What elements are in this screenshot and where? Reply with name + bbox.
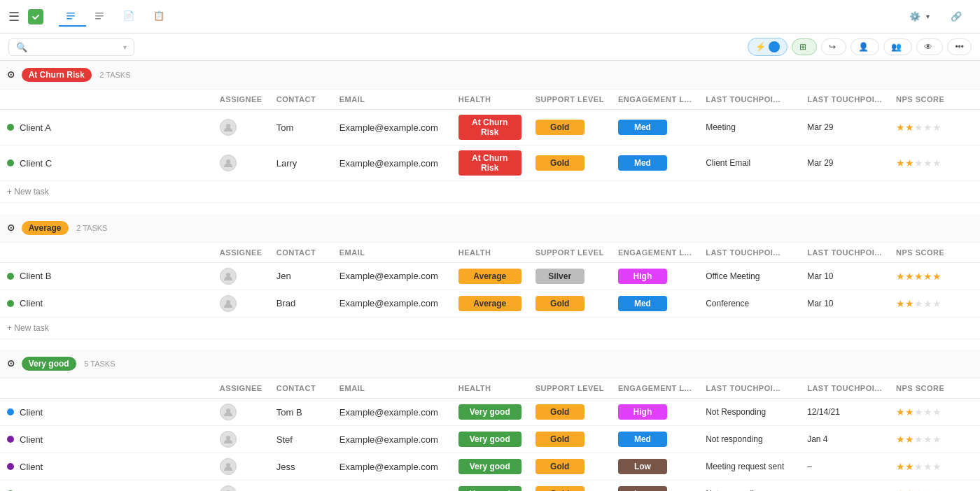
assignee-cell (213, 399, 270, 426)
search-icon: 🔍 (16, 42, 27, 52)
svg-rect-6 (95, 18, 101, 20)
support-cell: Gold (528, 453, 611, 481)
assignee-cell (213, 481, 270, 492)
last-touchpoint2-cell: 12/14/21 (800, 399, 889, 426)
svg-rect-2 (66, 15, 75, 17)
support-badge: Silver (536, 269, 584, 284)
search-box[interactable]: 🔍 ▾ (8, 38, 134, 56)
task-name-cell[interactable]: Client B (0, 262, 213, 290)
col-5: ENGAGEMENT L... (611, 378, 699, 399)
engagement-cell: High (611, 262, 699, 290)
task-name-cell[interactable]: Client A (0, 110, 213, 145)
column-headers-verygood: ASSIGNEECONTACTEMAILHEALTHSUPPORT LEVELE… (0, 378, 980, 399)
email-cell: Example@example.com (332, 481, 451, 492)
group-icon: ⊞ (799, 42, 806, 52)
menu-icon[interactable]: ☰ (8, 9, 20, 24)
health-cell: At Churn Risk (451, 145, 528, 181)
task-dot (7, 300, 14, 307)
table-row: Client Stef Example@example.com Very goo… (0, 426, 980, 453)
task-name-cell[interactable]: Client C (0, 145, 213, 181)
engagement-badge: Low (618, 459, 667, 474)
engagement-cell: Med (611, 145, 699, 181)
tab-feedback[interactable]: 📋 (146, 6, 175, 27)
support-cell: Silver (528, 262, 611, 290)
filter-chip[interactable]: ⚡ (748, 38, 788, 56)
collapse-icon-churn[interactable]: ⊙ (7, 69, 15, 80)
support-badge: Gold (536, 432, 584, 447)
table-row: Client Jess Example@example.com Very goo… (0, 453, 980, 481)
show-icon: 👁 (924, 42, 932, 52)
task-name-label: Client (20, 407, 43, 418)
tab-playbook[interactable]: 📄 (116, 6, 145, 27)
add-view-button[interactable] (176, 12, 190, 22)
me-chip[interactable]: 👤 (850, 38, 879, 55)
engagement-badge: Med (618, 120, 667, 135)
task-name-label: Client (20, 462, 43, 472)
task-name-cell[interactable]: Client (0, 290, 213, 317)
collapse-icon-average[interactable]: ⊙ (7, 222, 15, 233)
assignees-chip[interactable]: 👥 (883, 38, 912, 55)
avatar (220, 404, 237, 420)
contact-cell: Tom (270, 110, 332, 145)
email-cell: Example@example.com (332, 110, 451, 145)
engagement-cell: Med (611, 110, 699, 145)
task-name-cell[interactable]: New Client (0, 481, 213, 492)
email-cell: Example@example.com (332, 290, 451, 317)
show-chip[interactable]: 👁 (916, 38, 943, 55)
automate-button[interactable]: ⚙️ ▾ (902, 8, 937, 25)
subtasks-chip[interactable]: ↪ (821, 38, 846, 55)
contact-cell: Jess (270, 453, 332, 481)
nps-stars: ★★★★★ (896, 298, 941, 309)
chevron-down-icon: ▾ (926, 13, 930, 20)
last-touchpoint-cell: Not responding (699, 481, 800, 492)
new-task-button[interactable]: + New task (0, 317, 980, 339)
tab-renewal[interactable] (88, 7, 115, 27)
assignee-cell (213, 262, 270, 290)
support-badge: Gold (536, 486, 584, 491)
col-1: CONTACT (270, 242, 332, 262)
feedback-icon: 📋 (153, 10, 164, 21)
subtasks-icon: ↪ (829, 42, 836, 52)
column-headers-churn: ASSIGNEECONTACTEMAILHEALTHSUPPORT LEVELE… (0, 90, 980, 110)
engagement-cell: Med (611, 426, 699, 453)
nps-score-cell: ★★★★★ (889, 110, 980, 145)
group-by-chip[interactable]: ⊞ (792, 38, 817, 55)
col-1: CONTACT (270, 90, 332, 110)
app-header: ☰ 📄 📋 ⚙️ ▾ (0, 0, 980, 34)
tab-engagement[interactable] (59, 7, 86, 27)
health-cell: Very good (451, 453, 528, 481)
col-name (0, 242, 213, 262)
last-touchpoint-cell: Meeting (699, 110, 800, 145)
collapse-icon-verygood[interactable]: ⊙ (7, 358, 15, 369)
share-button[interactable]: 🔗 (944, 8, 972, 25)
col-5: ENGAGEMENT L... (611, 90, 699, 110)
last-touchpoint-cell: Meeting request sent (699, 453, 800, 481)
health-cell: Very good (451, 399, 528, 426)
task-name-cell[interactable]: Client (0, 399, 213, 426)
task-dot (7, 408, 14, 415)
last-touchpoint2-cell: Mar 29 (800, 145, 889, 181)
task-name-cell[interactable]: Client (0, 426, 213, 453)
task-count-churn: 2 TASKS (99, 71, 130, 79)
email-cell: Example@example.com (332, 145, 451, 181)
header-actions: ⚙️ ▾ 🔗 (902, 8, 972, 25)
engagement-cell: Med (611, 290, 699, 317)
new-task-button[interactable]: + New task (0, 181, 980, 203)
assignee-cell (213, 290, 270, 317)
filter-badge (769, 41, 780, 52)
engagement-badge: High (618, 404, 667, 420)
playbook-icon: 📄 (123, 10, 134, 21)
more-icon: ••• (955, 42, 964, 52)
table-row: Client Brad Example@example.com Average … (0, 290, 980, 317)
task-name-cell[interactable]: Client (0, 453, 213, 481)
col-6: LAST TOUCHPOI... (699, 242, 800, 262)
engagement-badge: Med (618, 296, 667, 311)
email-cell: Example@example.com (332, 453, 451, 481)
more-options-button[interactable]: ••• (947, 38, 972, 55)
contact-cell: Tom A (270, 481, 332, 492)
avatar (220, 431, 237, 448)
svg-rect-1 (66, 13, 75, 14)
col-8: NPS SCORE (889, 378, 980, 399)
last-touchpoint2-cell: Mar 10 (800, 290, 889, 317)
engagement-cell: Low (611, 481, 699, 492)
